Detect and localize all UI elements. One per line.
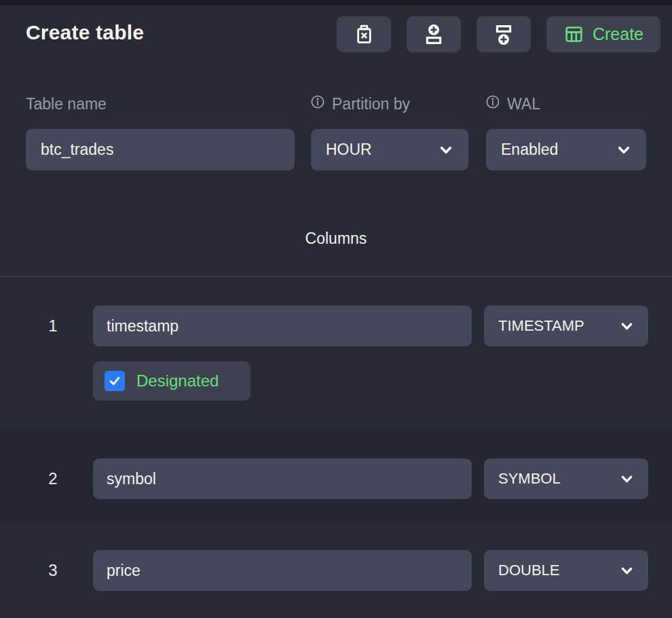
partition-by-select[interactable]: HOUR xyxy=(311,129,468,170)
add-column-bottom-button[interactable] xyxy=(477,16,531,52)
column-type-value: SYMBOL xyxy=(498,470,561,488)
column-type-select[interactable]: SYMBOL xyxy=(484,458,648,499)
column-row: 3 DOUBLE xyxy=(0,522,672,618)
columns-section-title: Columns xyxy=(0,230,672,248)
chevron-down-icon xyxy=(620,472,634,486)
chevron-down-icon xyxy=(616,143,631,158)
partition-by-label: Partition by xyxy=(310,94,410,113)
checkbox-checked-icon[interactable] xyxy=(105,371,125,391)
trash-x-icon xyxy=(353,23,375,46)
table-icon xyxy=(563,24,584,45)
add-row-above-icon xyxy=(422,23,445,46)
create-table-button[interactable]: Create xyxy=(546,16,660,52)
table-name-label: Table name xyxy=(26,94,107,113)
wal-value: Enabled xyxy=(501,141,558,159)
add-row-below-icon xyxy=(492,23,515,46)
page-title: Create table xyxy=(26,21,144,44)
column-name-input[interactable] xyxy=(93,458,472,499)
panel-top-edge xyxy=(0,0,672,5)
column-type-value: TIMESTAMP xyxy=(498,317,584,335)
add-column-top-button[interactable] xyxy=(407,16,461,52)
chevron-down-icon xyxy=(620,564,634,578)
column-type-select[interactable]: DOUBLE xyxy=(484,550,648,591)
chevron-down-icon xyxy=(620,319,634,333)
wal-select[interactable]: Enabled xyxy=(486,129,646,170)
toolbar: Create xyxy=(337,16,660,52)
column-index: 3 xyxy=(42,550,64,591)
column-type-select[interactable]: TIMESTAMP xyxy=(484,306,648,346)
delete-table-button[interactable] xyxy=(337,16,391,52)
column-index: 1 xyxy=(42,306,64,346)
wal-label: WAL xyxy=(485,94,540,113)
chevron-down-icon xyxy=(438,143,453,158)
column-row: 2 SYMBOL xyxy=(0,430,672,522)
column-row: 1 TIMESTAMP Designated xyxy=(0,277,672,430)
table-name-input[interactable] xyxy=(26,129,295,170)
partition-by-value: HOUR xyxy=(326,141,372,159)
column-index: 2 xyxy=(42,458,64,499)
info-icon[interactable] xyxy=(310,94,326,114)
designated-toggle[interactable]: Designated xyxy=(93,361,250,401)
create-button-label: Create xyxy=(593,24,643,44)
info-icon[interactable] xyxy=(485,94,501,114)
designated-label: Designated xyxy=(136,371,219,390)
column-name-input[interactable] xyxy=(93,550,472,591)
column-name-input[interactable] xyxy=(93,306,472,346)
column-type-value: DOUBLE xyxy=(498,562,559,579)
